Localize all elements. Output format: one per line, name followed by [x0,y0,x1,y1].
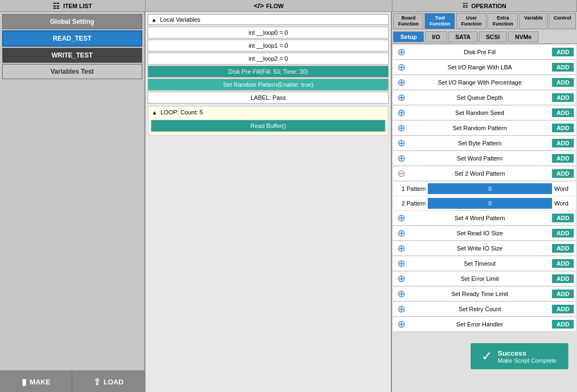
add-io-range-pct-button[interactable]: ADD [552,78,574,87]
tab-setup[interactable]: Setup [393,31,424,42]
flow-disk-prefill[interactable]: Disk Pre Fill(Fill: 50; Time: 30) [148,66,389,78]
plus-icon: ⊕ [395,46,407,58]
add-2word-pattern-button[interactable]: ADD [552,169,574,178]
op-label: Set Error Limit [407,275,552,282]
op-ready-time-limit: ⊕ Set Ready Time Limit ADD [393,287,576,301]
plus-icon: ⊕ [395,92,407,104]
tab-scsi[interactable]: SCSI [479,31,507,42]
pattern1-input[interactable] [428,183,552,194]
op-random-pattern: ⊕ Set Random Pattern ADD [393,121,576,136]
flow-panel: ▲ Local Variables int __loop0 = 0 int __… [145,12,392,392]
add-word-pattern-button[interactable]: ADD [552,154,574,163]
op-label: Set Random Seed [407,110,552,116]
plus-icon: ⊕ [395,137,407,149]
success-subtitle: Make Script Complete [498,357,556,364]
op-label: Set Word Pattern [407,155,552,162]
add-error-limit-button[interactable]: ADD [552,274,574,283]
flow-content: ▲ Local Variables int __loop0 = 0 int __… [145,12,391,392]
add-random-seed-button[interactable]: ADD [552,108,574,117]
plus-icon: ⊕ [395,288,407,300]
flow-set-random-pattern[interactable]: Set Random Pattern(Enable: true) [148,79,389,91]
success-check-icon: ✓ [481,349,492,364]
op-error-handler: ⊕ Set Error Handler ADD [393,317,576,332]
tab-variable[interactable]: Variable [519,13,548,29]
op-io-range-lba: ⊕ Set I/O Range With LBA ADD [393,60,576,75]
op-list: ⊕ Disk Pre Fill ADD ⊕ Set I/O Range With… [392,44,577,392]
sidebar-item-variables-test[interactable]: Variables Test [2,64,142,79]
op-2word-pattern: ⊖ Set 2 Word Pattern ADD [393,166,576,181]
tab-user-function[interactable]: UserFunction [456,13,486,29]
op-timeout: ⊕ Set Timeout ADD [393,256,576,271]
tab-tool-function[interactable]: ToolFunction [424,13,455,29]
add-io-range-lba-button[interactable]: ADD [552,63,574,72]
op-read-io-size: ⊕ Set Read IO Size ADD [393,226,576,241]
item-list-header: ☷ ITEM LIST [0,0,145,11]
add-error-handler-button[interactable]: ADD [552,320,574,329]
op-tabs-row1: BoardFunction ToolFunction UserFunction … [392,12,577,30]
op-byte-pattern: ⊕ Set Byte Pattern ADD [393,136,576,151]
pattern1-row: 1 Pattern Word [393,182,576,196]
plus-icon: ⊕ [395,303,407,315]
op-disk-prefill: ⊕ Disk Pre Fill ADD [393,45,576,60]
plus-icon: ⊕ [395,242,407,254]
flow-label-pass[interactable]: LABEL: Pass [148,92,389,104]
plus-icon: ⊕ [395,273,407,285]
loop-body: Read Buffer() [149,118,388,135]
plus-icon: ⊕ [395,152,407,164]
add-ready-time-limit-button[interactable]: ADD [552,290,574,298]
add-disk-prefill-button[interactable]: ADD [552,48,574,56]
op-label: Set I/O Range With LBA [407,64,552,70]
chevron-icon: ▲ [151,17,157,23]
tab-sata[interactable]: SATA [448,31,478,42]
loop-container: ▲ LOOP: Count: 5 Read Buffer() [148,106,389,136]
sidebar-item-global[interactable]: Global Setting [2,14,142,29]
op-retry-count: ⊕ Set Retry Count ADD [393,302,576,317]
tab-extra-function[interactable]: ExtraFunction [487,13,518,29]
add-retry-count-button[interactable]: ADD [552,305,574,313]
plus-icon: ⊕ [395,227,407,239]
add-read-io-size-button[interactable]: ADD [552,229,574,237]
add-random-pattern-button[interactable]: ADD [552,124,574,132]
loop-chevron-icon: ▲ [152,110,157,115]
tab-io[interactable]: I/O [425,31,447,42]
pattern1-label: 1 Pattern [395,185,428,192]
add-timeout-button[interactable]: ADD [552,259,574,268]
add-queue-depth-button[interactable]: ADD [552,93,574,102]
plus-icon: ⊕ [395,61,407,73]
make-button[interactable]: ▮ MAKE [0,371,72,392]
op-random-seed: ⊕ Set Random Seed ADD [393,106,576,120]
sidebar-item-read-test[interactable]: READ_TEST [2,30,142,47]
op-label: Set Random Pattern [407,125,552,131]
op-label: Set Retry Count [407,306,552,312]
pattern2-unit: Word [552,200,574,207]
operation-header: ☷ OPERATION [392,0,577,11]
op-label: Set Error Handler [407,321,552,327]
add-byte-pattern-button[interactable]: ADD [552,139,574,147]
op-label: Set 4 Word Pattern [407,215,552,221]
success-text: Success Make Script Complete [498,349,556,364]
tab-board-function[interactable]: BoardFunction [393,13,423,29]
op-label: Set Read IO Size [407,230,552,236]
pattern1-unit: Word [552,185,574,192]
op-queue-depth: ⊕ Set Queue Depth ADD [393,91,576,105]
pattern2-input[interactable] [428,198,552,209]
pattern2-label: 2 Pattern [395,200,428,207]
add-4word-pattern-button[interactable]: ADD [552,214,574,222]
op-4word-pattern: ⊕ Set 4 Word Pattern ADD [393,211,576,226]
op-label: Set Timeout [407,260,552,267]
op-io-range-pct: ⊕ Set I/O Range With Percentage ADD [393,75,576,90]
plus-icon: ⊕ [395,107,407,119]
tab-nvme[interactable]: NVMe [508,31,539,42]
op-tabs-row2: Setup I/O SATA SCSI NVMe [392,30,577,44]
tab-control[interactable]: Control [549,13,576,29]
left-panel: Global Setting READ_TEST WRITE_TEST Vari… [0,12,145,392]
op-label: Set Ready Time Limit [407,291,552,297]
make-icon: ▮ [22,377,27,387]
local-vars-header: ▲ Local Variables [148,14,389,25]
sidebar-item-write-test[interactable]: WRITE_TEST [2,48,142,63]
add-write-io-size-button[interactable]: ADD [552,244,574,253]
load-button[interactable]: ⇪ LOAD [72,371,144,392]
item-list: Global Setting READ_TEST WRITE_TEST Vari… [0,12,144,370]
flow-read-buffer[interactable]: Read Buffer() [151,120,386,132]
op-label: Set 2 Word Pattern [407,170,552,177]
